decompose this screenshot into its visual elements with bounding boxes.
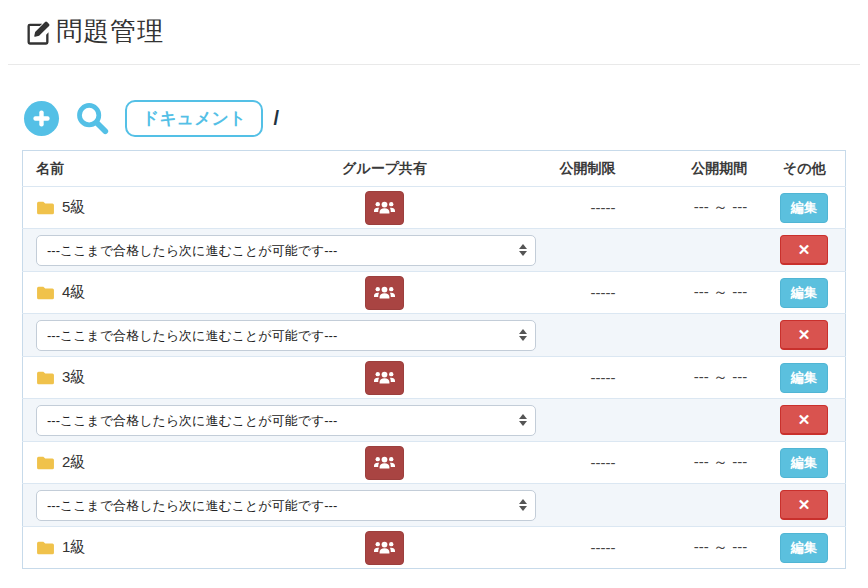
publish-period-value: --- ～ --- <box>632 357 764 399</box>
group-share-button[interactable] <box>365 446 404 480</box>
users-icon <box>374 370 395 385</box>
folder-name[interactable]: 4級 <box>62 283 85 302</box>
publish-restriction-value: ----- <box>467 442 632 484</box>
close-icon: ✕ <box>798 326 811 343</box>
group-share-button[interactable] <box>365 276 404 310</box>
edit-button[interactable]: 編集 <box>780 278 828 308</box>
page: 問題管理 ドキュメント / 名前 グループ共有 公開制限 公開期間 その他 <box>0 0 868 588</box>
close-icon: ✕ <box>798 496 811 513</box>
divider-select[interactable]: ---ここまで合格したら次に進むことが可能です--- <box>36 405 536 436</box>
group-share-button[interactable] <box>365 531 404 565</box>
users-icon <box>374 540 395 555</box>
folder-icon <box>36 540 55 555</box>
folder-name[interactable]: 5級 <box>62 198 85 217</box>
column-header-group-share: グループ共有 <box>302 151 467 187</box>
divider-select[interactable]: ---ここまで合格したら次に進むことが可能です--- <box>36 490 536 521</box>
publish-period-value: --- ～ --- <box>632 272 764 314</box>
users-icon <box>374 285 395 300</box>
folder-icon <box>36 370 55 385</box>
delete-button[interactable]: ✕ <box>780 320 828 350</box>
search-icon <box>73 99 111 137</box>
publish-restriction-value: ----- <box>467 272 632 314</box>
column-header-publish-period: 公開期間 <box>632 151 764 187</box>
divider-select-wrap: ---ここまで合格したら次に進むことが可能です--- <box>36 320 536 351</box>
column-header-other: その他 <box>763 151 845 187</box>
divider-select[interactable]: ---ここまで合格したら次に進むことが可能です--- <box>36 320 536 351</box>
publish-restriction-value: ----- <box>467 357 632 399</box>
column-header-publish-restriction: 公開制限 <box>467 151 632 187</box>
folder-name[interactable]: 2級 <box>62 453 85 472</box>
folder-name[interactable]: 1級 <box>62 538 85 557</box>
toolbar: ドキュメント / <box>24 99 868 137</box>
breadcrumb-documents[interactable]: ドキュメント <box>125 100 263 137</box>
page-title: 問題管理 <box>56 14 164 49</box>
folder-row: 2級 ----- --- ～ --- 編集 <box>23 442 846 484</box>
folder-row: 3級 ----- --- ～ --- 編集 <box>23 357 846 399</box>
header-divider <box>8 64 860 65</box>
edit-button[interactable]: 編集 <box>780 193 828 223</box>
pencil-square-icon <box>24 19 52 47</box>
folder-icon <box>36 200 55 215</box>
folder-row: 1級 ----- --- ～ --- 編集 <box>23 527 846 569</box>
close-icon: ✕ <box>798 411 811 428</box>
divider-select-wrap: ---ここまで合格したら次に進むことが可能です--- <box>36 490 536 521</box>
table-header-row: 名前 グループ共有 公開制限 公開期間 その他 <box>23 151 846 187</box>
divider-row: ---ここまで合格したら次に進むことが可能です--- ✕ <box>23 314 846 357</box>
folder-row: 5級 ----- --- ～ --- 編集 <box>23 187 846 229</box>
edit-button[interactable]: 編集 <box>780 363 828 393</box>
users-icon <box>374 455 395 470</box>
publish-period-value: --- ～ --- <box>632 187 764 229</box>
divider-row: ---ここまで合格したら次に進むことが可能です--- ✕ <box>23 484 846 527</box>
folder-row: 4級 ----- --- ～ --- 編集 <box>23 272 846 314</box>
publish-restriction-value: ----- <box>467 187 632 229</box>
divider-row: ---ここまで合格したら次に進むことが可能です--- ✕ <box>23 399 846 442</box>
publish-restriction-value: ----- <box>467 527 632 569</box>
divider-select[interactable]: ---ここまで合格したら次に進むことが可能です--- <box>36 235 536 266</box>
close-icon: ✕ <box>798 241 811 258</box>
group-share-button[interactable] <box>365 361 404 395</box>
users-icon <box>374 200 395 215</box>
breadcrumb-separator: / <box>273 107 279 130</box>
folder-icon <box>36 455 55 470</box>
delete-button[interactable]: ✕ <box>780 490 828 520</box>
divider-select-wrap: ---ここまで合格したら次に進むことが可能です--- <box>36 405 536 436</box>
edit-button[interactable]: 編集 <box>780 448 828 478</box>
publish-period-value: --- ～ --- <box>632 527 764 569</box>
column-header-name: 名前 <box>23 151 303 187</box>
divider-row: ---ここまで合格したら次に進むことが可能です--- ✕ <box>23 229 846 272</box>
plus-icon <box>31 108 52 129</box>
search-button[interactable] <box>72 98 112 138</box>
documents-table: 名前 グループ共有 公開制限 公開期間 その他 5級 ----- --- ～ -… <box>22 150 846 569</box>
folder-name[interactable]: 3級 <box>62 368 85 387</box>
folder-icon <box>36 285 55 300</box>
page-header: 問題管理 <box>24 14 868 49</box>
publish-period-value: --- ～ --- <box>632 442 764 484</box>
edit-button[interactable]: 編集 <box>780 533 828 563</box>
group-share-button[interactable] <box>365 191 404 225</box>
add-button[interactable] <box>24 101 59 136</box>
divider-select-wrap: ---ここまで合格したら次に進むことが可能です--- <box>36 235 536 266</box>
delete-button[interactable]: ✕ <box>780 405 828 435</box>
delete-button[interactable]: ✕ <box>780 235 828 265</box>
